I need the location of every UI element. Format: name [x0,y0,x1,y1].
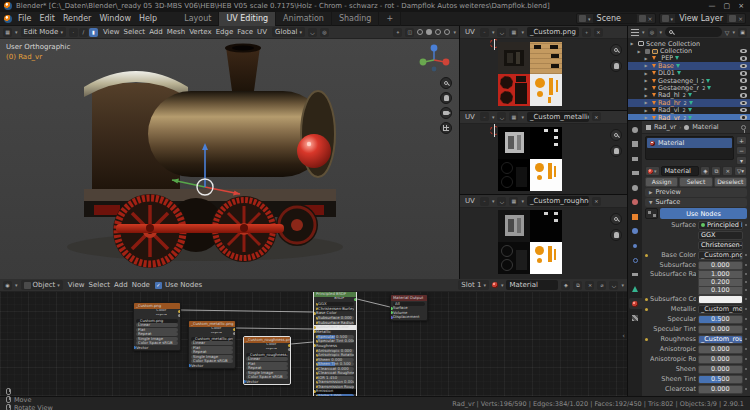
copy-material-icon[interactable]: ⧉ [573,281,582,290]
proportional-edit-icon[interactable]: ◎ [320,28,329,37]
uv-zoom-icon[interactable] [610,44,622,56]
snap-icon[interactable]: ◡ [497,112,506,121]
material-slot-list[interactable]: Material [645,136,734,160]
material-property-row[interactable]: Sheen Tint 0.500 [645,374,747,384]
hide-eye-icon[interactable] [740,101,747,106]
material-property-row[interactable]: Christensen-Burley [645,240,747,250]
minimize-button[interactable]: — [709,2,716,10]
tab-object[interactable] [629,211,642,222]
unlink-material-button[interactable]: × [722,166,733,176]
workspace-tab[interactable]: Layout [177,12,219,26]
image-icon[interactable]: ▦ [509,28,518,37]
tab-view-layer[interactable] [629,168,642,179]
tab-tool[interactable] [629,124,642,135]
pivot-icon[interactable]: ◦ [480,112,489,121]
browse-material-button[interactable]: ▾ [645,166,660,176]
pin-icon[interactable]: ⌀ [597,281,606,290]
snap-magnet-icon[interactable]: ◡ [308,28,317,37]
bsdf-input-row[interactable]: Metallic [314,330,356,335]
scene-selector[interactable]: ▾ Scene × [576,13,656,24]
property-field[interactable]: Christensen-Burley [698,241,743,250]
view-layer-selector[interactable]: ▾ View Layer × [659,13,746,24]
hide-eye-icon[interactable] [740,93,747,98]
material-property-row[interactable]: 0.100 [645,286,747,294]
pivot-icon[interactable]: ◦ [480,197,489,206]
material-property-row[interactable]: Subsurface Color [645,294,747,304]
material-slot[interactable]: Material [647,138,732,148]
node-principled-bsdf[interactable]: Principled BSDF BSDF GGX Christensen-Bur… [313,292,357,396]
property-field[interactable]: 0.000 [698,345,743,354]
workspace-tab[interactable]: Shading [332,12,380,26]
property-field[interactable]: _Custom_roughness.png [698,335,743,344]
unlink-image-icon[interactable]: × [594,28,603,37]
viewport-menu[interactable]: Face [235,28,255,36]
node-editor-menu[interactable]: Add [112,281,130,289]
unlink-material-icon[interactable]: × [585,281,594,290]
shading-material-icon[interactable] [435,29,441,35]
add-slot-button[interactable]: + [736,136,747,145]
bsdf-input-row[interactable]: Sheen Tint 0.500 [316,362,354,366]
bsdf-input-row[interactable]: Roughness [314,344,356,349]
uv-zoom-icon[interactable] [610,213,622,225]
property-field[interactable]: Principled BSDF [698,221,743,230]
node-image-texture-custom[interactable]: _Custom.png Color Alpha _Custom.png Line… [133,302,181,351]
show-overlays-icon[interactable]: ◫ [405,28,414,37]
pan-hand-icon[interactable] [440,92,452,104]
uv-menu[interactable]: UV [463,28,477,36]
copy-material-button[interactable]: ⧉ [711,166,721,176]
material-property-row[interactable]: Surface Principled BSDF [645,220,747,230]
material-property-row[interactable]: GGX [645,230,747,240]
fake-user-button[interactable]: ◈ [700,166,710,176]
outliner-search[interactable] [665,27,722,37]
maximize-button[interactable]: ▢ [724,2,731,10]
new-scene-icon[interactable] [639,15,646,22]
remove-slot-button[interactable]: − [736,146,747,155]
unlink-image-icon[interactable]: × [592,112,601,121]
shading-wireframe-icon[interactable] [417,29,423,35]
workspace-tab[interactable]: Animation [276,12,332,26]
app-menu-icon[interactable] [4,15,12,23]
bsdf-input-row[interactable]: Anisotropic 0.000 [316,349,354,353]
viewport-canvas[interactable]: User Orthographic (0) Rad_vr [0,39,459,279]
uv-menu[interactable]: UV [463,113,477,121]
material-property-row[interactable]: Subsurface 0.000 [645,260,747,270]
image-icon[interactable]: ▦ [509,112,518,121]
unlink-scene-icon[interactable]: × [648,15,653,22]
node-editor-menu[interactable]: Node [130,281,152,289]
hide-eye-icon[interactable] [740,108,747,113]
material-name-field[interactable]: Material [506,280,558,290]
mode-dropdown[interactable]: Edit Mode▾ [21,27,66,37]
tab-texture[interactable] [629,313,642,324]
hide-eye-icon[interactable] [740,71,747,76]
bsdf-input-row[interactable]: Transmission Roughness 0.000 [316,385,354,389]
property-field[interactable]: _Custom.png [698,251,743,260]
orientation-dropdown[interactable]: Global▾ [272,27,305,37]
topbar-menu[interactable]: Help [135,14,161,23]
hide-eye-icon[interactable] [740,86,747,91]
material-property-row[interactable]: Roughness _Custom_roughness.png [645,334,747,344]
editor-type-icon[interactable]: ▦ [3,28,12,37]
outliner-row[interactable]: ▶ Rad_hr 2 [628,99,750,106]
specials-funnel-button[interactable]: ▽▾ [734,166,747,176]
image-name-field[interactable]: _Custom_metallic.png [527,112,589,122]
shader-type-dropdown[interactable]: Object▾ [21,280,63,290]
outliner-row[interactable]: ▶ Gestaenge_r 2 [628,84,750,91]
bsdf-input-row[interactable]: Transmission 0.000 [316,380,354,384]
viewport-menu[interactable]: Select [122,28,148,36]
topbar-menu[interactable]: Edit [35,14,59,23]
tab-world[interactable] [629,197,642,208]
shading-solid-icon[interactable] [426,29,432,35]
material-name-field[interactable]: Material [661,166,700,176]
use-nodes-button[interactable]: Use Nodes [660,208,747,219]
property-field[interactable]: _Custom_metallic.png [698,305,743,314]
preview-section-header[interactable]: ▶Preview [645,188,747,197]
outliner-row[interactable]: ▶ _PEP [628,55,750,62]
tab-constraints[interactable] [629,269,642,280]
material-property-row[interactable]: Sheen 0.000 [645,364,747,374]
bsdf-input-row[interactable]: GGX [316,302,354,306]
select-button[interactable]: Select [679,177,712,187]
show-gizmo-icon[interactable]: ⌖ [393,28,402,37]
viewport-menu[interactable]: View [101,28,122,36]
bsdf-input-row[interactable]: Emission [314,389,356,394]
surface-section-header[interactable]: ▼Surface [645,198,747,207]
